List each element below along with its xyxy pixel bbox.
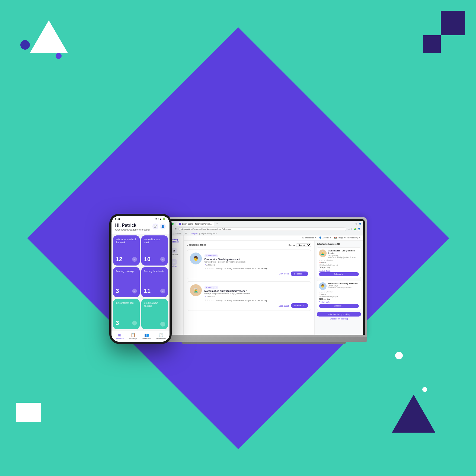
browser-account-icon[interactable]: 👤 [359, 223, 362, 225]
sidebar-bookings-icon: 📋 [171, 259, 177, 265]
badge-notbooked-1: Not booked with you yet [233, 267, 254, 270]
rp-rating-label-2: 0 ratings [327, 291, 333, 293]
phone-card-value-1: 12 [116, 256, 122, 263]
phone-time: 9:41 [115, 218, 120, 220]
selected-role-2: Economics Teaching Assistant [328, 287, 359, 289]
educator-attr-2: Attribute 1 [205, 296, 308, 298]
laptop-device: Login Demo | Teaching Person... + ⚙ 👤 ← [161, 217, 367, 344]
rp-rating-label-1: 0 ratings [327, 259, 333, 261]
star-1-2: ★ [206, 267, 208, 270]
phone-nav-timesheets-label: Timesheets [156, 338, 166, 340]
phone-card-talent-pool[interactable]: In your talent pool 3 → [113, 299, 140, 329]
phone-school: Greenwood Academy Worcester [115, 228, 150, 231]
educator-info-1: ✓ Talent pool Economics Teaching Assista… [205, 253, 308, 270]
star-1-5: ★ [212, 267, 214, 270]
browser-new-tab-btn[interactable]: + [216, 222, 218, 225]
rp-preview-link-1[interactable]: Preview profile [319, 269, 331, 271]
rp-selected-btn-1[interactable]: Selected ✓ [319, 272, 359, 276]
selected-name-2: Economics Teaching Assistant [328, 282, 359, 285]
sidebar-dashboard-icon: ⊞ [171, 248, 177, 253]
star-2-3: ★ [208, 299, 210, 301]
phone-card-label-4: Pending timesheets [144, 270, 165, 273]
star-1-4: ★ [210, 267, 212, 270]
phone-card-label-2: Booked for next week [144, 238, 165, 244]
phone-nav-dashboard-label: Dashboard [115, 338, 124, 340]
rp-star-2-2: ★ [321, 291, 322, 293]
browser-extensions-icon[interactable]: 🧩 [354, 228, 357, 230]
phone-message-icon[interactable]: 💬 [152, 223, 158, 229]
phone-card-arrow-2: → [160, 257, 165, 262]
browser-bookmark-icon[interactable]: ☆ [348, 228, 350, 230]
phone-card-arrow-3: → [132, 289, 137, 293]
breadcrumb-4[interactable]: nampins [191, 232, 198, 234]
sort-select[interactable]: Nearest Rating Price [296, 243, 311, 247]
topbar-school-label: Happy Woods Academy [338, 237, 358, 239]
star-2-1: ★ [205, 299, 206, 301]
browser-maximize-btn[interactable] [172, 223, 174, 225]
topbar-account[interactable]: 👤 Account ▾ [319, 237, 331, 239]
phone-card-value-5: 3 [116, 320, 119, 327]
invite-to-booking-btn[interactable]: Invite to existing booking [317, 312, 361, 317]
phone-card-pending-bookings[interactable]: Pending bookings 3 → [113, 267, 140, 297]
star-2-2: ★ [206, 299, 208, 301]
topbar-school[interactable]: 🏫 Happy Woods Academy ▾ [334, 237, 360, 239]
laptop-foot [181, 342, 346, 344]
breadcrumb-5[interactable]: Login Demo | Teach... [201, 232, 218, 234]
dashboard-icon: ⊞ [118, 333, 121, 337]
selected-btn-1[interactable]: Selected [291, 271, 308, 276]
browser-settings-icon[interactable]: ⚙ [355, 223, 357, 225]
browser-profile-icon[interactable]: 👤 [358, 228, 360, 230]
educator-meta-1: ★ ★ ★ ★ ★ 0 ratings [205, 267, 308, 270]
phone-nav-bookings[interactable]: 📋 Bookings [129, 333, 137, 340]
selected-educator-card-2: 👨 Economics Teaching Assistant Corran Do… [317, 280, 361, 310]
browser-url-input[interactable]: clientportal-selfserve-test.teachingpers… [178, 227, 346, 231]
star-2-5: ★ [212, 299, 214, 301]
selected-person-1: George King [328, 254, 359, 256]
phone-card-booked-next-week[interactable]: Booked for next week 10 → [141, 235, 168, 266]
phone-nav-talent-label: Talent Pool [142, 338, 151, 340]
selected-avatar-2: 👨 [319, 282, 327, 290]
phone-card-educators-this-week[interactable]: Educators in school this week 12 → [113, 235, 140, 266]
phone-profile-icon[interactable]: 👤 [160, 223, 166, 229]
account-icon: 👤 [319, 237, 322, 239]
topbar-messages-label: Messages [305, 237, 314, 239]
phone-card-pending-timesheets[interactable]: Pending timesheets 11 → [141, 267, 168, 297]
rp-star-2-1: ★ [319, 291, 320, 293]
browser-download-icon[interactable]: ⬇ [351, 228, 353, 230]
phone-nav-talent-pool[interactable]: 👥 Talent Pool [142, 333, 151, 340]
app-content-area: 9 educators found Sort by Nearest Rating… [184, 241, 363, 335]
selected-info-2: Economics Teaching Assistant Corran Doyl… [328, 282, 359, 290]
educator-card-2: 👨‍🦳 ✓ Talent pool Mathematics Fully Qual… [187, 281, 311, 311]
app-main-area: ✉ Messages ▾ 👤 Account ▾ [184, 235, 363, 335]
breadcrumb-sep-3: | [189, 232, 189, 234]
educator-tag-2: ✓ Talent pool [205, 286, 218, 289]
breadcrumb-2[interactable]: Default [175, 232, 181, 234]
view-profile-btn-2[interactable]: View profile [279, 304, 289, 307]
educator-badges-1: nearby Not booked with you yet £122 per … [225, 267, 267, 270]
educator-stars-1: ★ ★ ★ ★ ★ [205, 267, 214, 270]
browser-refresh-btn[interactable]: ↻ [175, 228, 177, 230]
breadcrumb-3[interactable]: SS [185, 232, 187, 234]
phone-nav-dashboard[interactable]: ⊞ Dashboard [115, 333, 124, 340]
laptop-screen: Login Demo | Teaching Person... + ⚙ 👤 ← [165, 221, 363, 335]
educator-name-2: Mathematics Fully Qualified Teacher [205, 290, 308, 292]
browser-toolbar: ☆ ⬇ 🧩 👤 [348, 228, 360, 230]
breadcrumb-sep-4: | [199, 232, 200, 234]
phone-nav-timesheets[interactable]: 🕐 Timesheets [156, 333, 166, 340]
badge-notbooked-2: Not booked with you yet [233, 299, 254, 302]
browser-active-tab[interactable]: Login Demo | Teaching Person... [176, 222, 215, 226]
phone-card-label-5: In your talent pool [116, 302, 137, 305]
topbar-account-chevron: ▾ [330, 237, 331, 239]
selected-btn-2[interactable]: Selected [291, 303, 308, 308]
topbar-messages[interactable]: ✉ Messages ▾ [302, 237, 316, 239]
rp-preview-link-2[interactable]: Preview profile [319, 301, 331, 303]
laptop-base [161, 337, 367, 342]
phone-card-create-booking[interactable]: Create a new booking → [141, 299, 168, 329]
rp-selected-btn-2[interactable]: Selected ✓ [319, 304, 359, 308]
educator-meta-2: ★ ★ ★ ★ ★ 0 ratings [205, 299, 308, 302]
create-new-booking-btn[interactable]: Create new booking [317, 318, 361, 320]
sort-control: Sort by Nearest Rating Price [289, 243, 311, 247]
view-profile-btn-1[interactable]: View profile [279, 273, 289, 275]
talent-pool-header: 9 educators found Sort by Nearest Rating… [187, 243, 311, 247]
bookings-icon: 📋 [131, 333, 135, 337]
